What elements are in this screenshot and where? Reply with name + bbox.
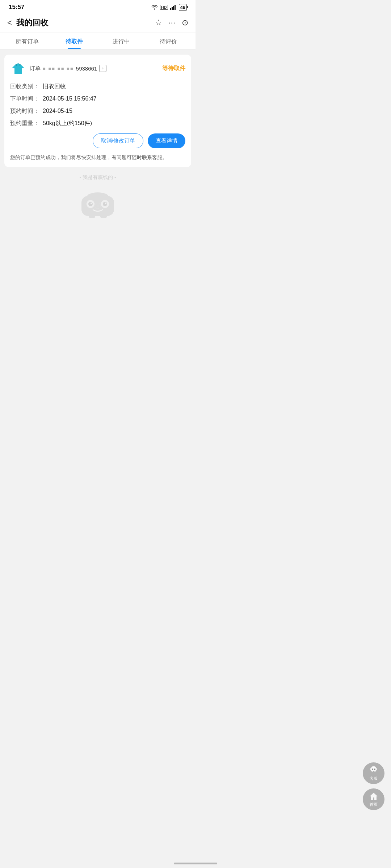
svg-point-14 (105, 203, 106, 204)
empty-illustration: © (4, 185, 191, 218)
svg-rect-0 (170, 8, 171, 10)
detail-value-ordertime: 2024-05-15 15:56:47 (43, 94, 97, 103)
page-title: 我的回收 (16, 17, 155, 28)
more-icon[interactable]: ··· (169, 18, 175, 27)
detail-row-appointtime: 预约时间： 2024-05-15 (10, 107, 185, 115)
action-row: 取消/修改订单 查看详情 (10, 133, 185, 148)
status-bar: 15:57 HD 46 (0, 0, 196, 13)
hd-badge: HD (160, 5, 168, 10)
order-header-row: 订单 ■ ■■ ■■ ■■ 5938661 + 等待取件 (10, 60, 185, 76)
svg-point-6 (17, 64, 20, 67)
favorite-icon[interactable]: ☆ (155, 18, 162, 27)
order-id-end: 5938661 (76, 65, 97, 72)
svg-point-8 (87, 192, 109, 201)
battery-icon: 46 (179, 4, 187, 11)
svg-rect-2 (173, 6, 174, 10)
detail-value-weight: 50kg以上(约150件) (43, 119, 92, 128)
record-icon[interactable]: ⊙ (182, 18, 188, 27)
svg-rect-3 (175, 5, 176, 10)
empty-robot-icon: © (74, 185, 121, 218)
detail-label-weight: 预约重量： (10, 119, 43, 128)
order-notice: 您的订单已预约成功，我们将尽快安排处理，有问题可随时联系客服。 (10, 153, 185, 161)
back-button[interactable]: < (7, 18, 12, 27)
svg-rect-15 (89, 215, 95, 218)
svg-text:©: © (97, 204, 99, 208)
wifi-icon (151, 5, 158, 10)
svg-rect-1 (172, 7, 173, 10)
view-detail-button[interactable]: 查看详情 (148, 133, 185, 148)
tshirt-icon (10, 60, 26, 76)
content-area: 订单 ■ ■■ ■■ ■■ 5938661 + 等待取件 回收类别： 旧衣回收 … (0, 50, 196, 234)
detail-row-weight: 预约重量： 50kg以上(约150件) (10, 119, 185, 128)
header: < 我的回收 ☆ ··· ⊙ (0, 13, 196, 33)
status-icons: HD 46 (151, 4, 187, 11)
order-id-masked: ■ ■■ ■■ ■■ (43, 66, 74, 71)
signal-icon (170, 5, 177, 10)
tab-all[interactable]: 所有订单 (4, 33, 51, 49)
svg-point-13 (91, 203, 92, 204)
tab-inprogress[interactable]: 进行中 (98, 33, 145, 49)
order-status-badge: 等待取件 (162, 65, 185, 72)
tab-pickup[interactable]: 待取件 (51, 33, 98, 49)
detail-label-appointtime: 预约时间： (10, 107, 43, 115)
detail-row-ordertime: 下单时间： 2024-05-15 15:56:47 (10, 94, 185, 103)
detail-row-category: 回收类别： 旧衣回收 (10, 82, 185, 91)
svg-point-11 (88, 202, 93, 206)
bottom-divider-msg: - 我是有底线的 - (4, 174, 191, 181)
copy-icon[interactable]: + (99, 65, 106, 72)
order-card: 订单 ■ ■■ ■■ ■■ 5938661 + 等待取件 回收类别： 旧衣回收 … (4, 55, 191, 167)
order-label: 订单 (30, 65, 41, 72)
header-actions: ☆ ··· ⊙ (155, 18, 188, 27)
tab-toevaluate[interactable]: 待评价 (145, 33, 192, 49)
detail-label-category: 回收类别： (10, 82, 43, 91)
detail-label-ordertime: 下单时间： (10, 94, 43, 103)
tabs-bar: 所有订单 待取件 进行中 待评价 (0, 33, 196, 50)
detail-value-appointtime: 2024-05-15 (43, 107, 72, 115)
status-time: 15:57 (9, 4, 24, 11)
svg-rect-16 (100, 215, 107, 218)
detail-value-category: 旧衣回收 (43, 82, 66, 91)
order-id-row: 订单 ■ ■■ ■■ ■■ 5938661 + (30, 65, 162, 72)
cancel-modify-button[interactable]: 取消/修改订单 (93, 133, 143, 148)
svg-point-12 (103, 202, 107, 206)
